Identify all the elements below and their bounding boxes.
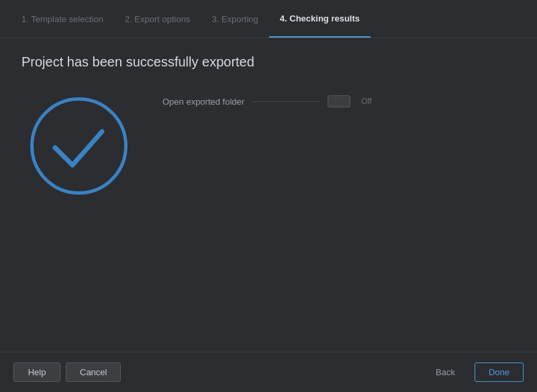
wizard-step-template-selection[interactable]: 1. Template selection bbox=[11, 0, 114, 38]
cancel-button[interactable]: Cancel bbox=[66, 362, 121, 382]
open-folder-toggle-row: Open exported folder Off bbox=[162, 95, 372, 107]
footer-left: Help Cancel bbox=[13, 362, 121, 382]
dotted-separator bbox=[252, 101, 320, 102]
success-icon-wrapper bbox=[21, 89, 136, 203]
help-button[interactable]: Help bbox=[13, 362, 60, 382]
page-title: Project has been successfully exported bbox=[21, 54, 516, 70]
wizard-header: 1. Template selection 2. Export options … bbox=[0, 0, 537, 38]
footer-right: Back Done bbox=[422, 362, 524, 382]
toggle-state-label: Off bbox=[361, 97, 372, 106]
success-checkmark-icon bbox=[27, 94, 131, 198]
wizard-step-export-options[interactable]: 2. Export options bbox=[114, 0, 201, 38]
wizard-step-checking-results[interactable]: 4. Checking results bbox=[269, 0, 371, 38]
main-content: Project has been successfully exported O… bbox=[0, 38, 537, 352]
right-panel: Open exported folder Off bbox=[162, 89, 372, 107]
svg-point-0 bbox=[32, 99, 126, 193]
open-folder-toggle[interactable] bbox=[328, 95, 350, 107]
done-button[interactable]: Done bbox=[475, 362, 524, 382]
open-folder-label: Open exported folder bbox=[162, 97, 244, 107]
wizard-step-exporting[interactable]: 3. Exporting bbox=[201, 0, 268, 38]
back-button[interactable]: Back bbox=[422, 362, 469, 382]
content-area: Open exported folder Off bbox=[21, 89, 516, 341]
footer: Help Cancel Back Done bbox=[0, 352, 537, 392]
